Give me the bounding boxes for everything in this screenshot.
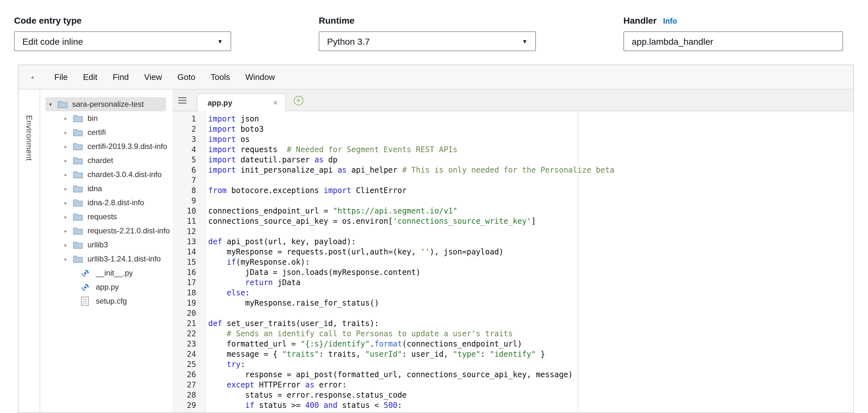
editor-tab-bar: app.py × + (173, 89, 853, 111)
tree-folder-idna-2.8.dist-info[interactable]: ▸idna-2.8.dist-info (40, 196, 173, 210)
code-line: myResponse.raise_for_status() (208, 298, 853, 308)
line-number: 6 (173, 165, 196, 175)
code-line: import boto3 (208, 124, 853, 134)
line-number: 25 (173, 359, 196, 370)
code-line: connections_endpoint_url = "https://api.… (208, 206, 853, 216)
menu-item-edit[interactable]: Edit (75, 72, 105, 82)
line-number: 12 (173, 226, 196, 237)
tree-folder-urllib3-1.24.1.dist-info[interactable]: ▸urllib3-1.24.1.dist-info (40, 252, 173, 266)
tree-folder-bin[interactable]: ▸bin (40, 111, 173, 125)
collapsed-arrow-icon[interactable]: ▸ (64, 228, 73, 234)
line-number: 18 (173, 288, 196, 298)
tree-folder-requests-2.21.0.dist-info[interactable]: ▸requests-2.21.0.dist-info (40, 224, 173, 238)
tree-folder-idna[interactable]: ▸idna (40, 182, 173, 196)
tree-item-label: chardet-3.0.4.dist-info (88, 170, 162, 179)
page: Code entry type Edit code inline ▼ Runti… (0, 0, 868, 413)
collapsed-arrow-icon[interactable]: ▸ (64, 214, 73, 219)
menu-item-find[interactable]: Find (105, 72, 137, 82)
collapsed-arrow-icon[interactable]: ▸ (64, 157, 73, 164)
file-icon (81, 297, 91, 305)
code-line (208, 226, 853, 237)
menu-item-tools[interactable]: Tools (203, 72, 238, 82)
collapsed-arrow-icon[interactable]: ▸ (64, 144, 73, 149)
environment-tab[interactable]: Environment (25, 115, 34, 161)
code-entry-type-select[interactable]: Edit code inline ▼ (14, 31, 231, 51)
tree-folder-certifi-2019.3.9.dist-info[interactable]: ▸certifi-2019.3.9.dist-info (40, 139, 173, 153)
tree-item-label: chardet (88, 156, 113, 165)
tree-file-setup.cfg[interactable]: setup.cfg (40, 294, 173, 308)
code-entry-type-label: Code entry type (14, 16, 231, 26)
menu-item-window[interactable]: Window (238, 72, 283, 82)
tree-root-folder[interactable]: ▾ sara-personalize-test (45, 97, 166, 111)
code-editor: 1234567891011121314151617181920212223242… (173, 111, 853, 412)
line-number: 5 (173, 155, 196, 165)
code-editor-window: ▲ FileEditFindViewGotoToolsWindow Enviro… (18, 65, 854, 413)
tree-folder-chardet[interactable]: ▸chardet (40, 153, 173, 168)
tab-app-py[interactable]: app.py × (197, 93, 286, 111)
tree-item-label: idna (88, 184, 102, 193)
collapsed-arrow-icon[interactable]: ▸ (64, 256, 73, 262)
collapsed-arrow-icon[interactable]: ▸ (64, 115, 73, 121)
code-line: # Sends an identify call to Personas to … (208, 329, 853, 339)
file-tree: ▾ sara-personalize-test ▸bin▸certifi▸cer… (40, 89, 173, 412)
collapsed-arrow-icon[interactable]: ▸ (64, 200, 73, 206)
tree-item-label: bin (88, 114, 98, 123)
code-line: message = { "traits": traits, "userId": … (208, 349, 853, 359)
menu-item-goto[interactable]: Goto (169, 72, 203, 82)
menu-item-file[interactable]: File (46, 72, 75, 82)
folder-icon (73, 255, 83, 263)
collapse-menu-icon[interactable]: ▲ (30, 74, 46, 80)
tree-item-label: app.py (96, 283, 119, 292)
tab-list-icon[interactable] (178, 97, 188, 104)
tree-item-label: idna-2.8.dist-info (88, 198, 144, 207)
line-number: 27 (173, 380, 196, 390)
menu-bar-items: FileEditFindViewGotoToolsWindow (46, 72, 283, 82)
folder-icon (73, 142, 83, 151)
tree-item-label: urllib3 (88, 240, 108, 249)
code-line: if status >= 400 and status < 500: (208, 400, 853, 410)
handler-field: HandlerInfo (623, 16, 843, 51)
tree-item-label: __init__.py (96, 268, 133, 277)
new-tab-button[interactable]: + (294, 96, 303, 106)
folder-icon (73, 241, 83, 249)
handler-input[interactable] (623, 31, 843, 51)
handler-info-link[interactable]: Info (663, 17, 677, 26)
code-area[interactable]: import jsonimport boto3import osimport r… (206, 111, 853, 412)
code-line: myResponse = requests.post(url,auth=(key… (208, 247, 853, 257)
tree-folder-chardet-3.0.4.dist-info[interactable]: ▸chardet-3.0.4.dist-info (40, 168, 173, 182)
tree-folder-certifi[interactable]: ▸certifi (40, 125, 173, 139)
code-line: import os (208, 134, 853, 145)
runtime-select[interactable]: Python 3.7 ▼ (319, 31, 536, 51)
folder-icon (73, 170, 83, 179)
runtime-label: Runtime (319, 16, 536, 26)
line-number: 10 (173, 206, 196, 216)
line-number: 1 (173, 114, 196, 124)
code-line: import requests # Needed for Segment Eve… (208, 145, 853, 155)
expanded-arrow-icon[interactable]: ▾ (49, 101, 58, 107)
runtime-value: Python 3.7 (327, 36, 370, 46)
tree-folder-requests[interactable]: ▸requests (40, 210, 173, 224)
folder-icon (73, 227, 83, 235)
line-number: 8 (173, 185, 196, 196)
tree-folder-urllib3[interactable]: ▸urllib3 (40, 238, 173, 252)
collapsed-arrow-icon[interactable]: ▸ (64, 242, 73, 248)
code-line: import init_personalize_api as api_helpe… (208, 165, 853, 175)
close-tab-icon[interactable]: × (273, 98, 278, 108)
collapsed-arrow-icon[interactable]: ▸ (64, 172, 73, 177)
code-line: status = error.response.status_code (208, 390, 853, 400)
code-line (208, 175, 853, 185)
python-file-icon (81, 269, 91, 277)
code-line: if(myResponse.ok): (208, 257, 853, 267)
collapsed-arrow-icon[interactable]: ▸ (64, 186, 73, 191)
folder-icon (58, 100, 68, 108)
menu-item-view[interactable]: View (136, 72, 169, 82)
collapsed-arrow-icon[interactable]: ▸ (64, 129, 73, 135)
code-line: response = api_post(formatted_url, conne… (208, 370, 853, 380)
tree-file-__init__.py[interactable]: __init__.py (40, 266, 173, 280)
code-line (208, 308, 853, 318)
line-number: 16 (173, 267, 196, 277)
environment-strip: Environment (19, 89, 40, 412)
dropdown-caret-icon: ▼ (522, 38, 528, 45)
tree-file-app.py[interactable]: app.py (40, 280, 173, 294)
dropdown-caret-icon: ▼ (217, 38, 223, 45)
